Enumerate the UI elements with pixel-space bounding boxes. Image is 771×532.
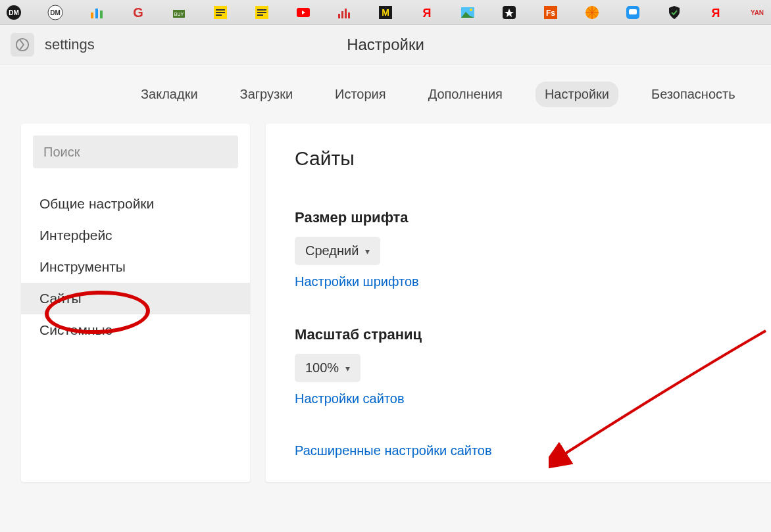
page-zoom-label: Масштаб страниц bbox=[295, 326, 742, 343]
svg-rect-4 bbox=[91, 12, 93, 18]
page-zoom-value: 100% bbox=[305, 360, 339, 375]
font-size-label: Размер шрифта bbox=[295, 209, 742, 226]
top-nav: Закладки Загрузки История Дополнения Нас… bbox=[0, 64, 771, 124]
svg-rect-22 bbox=[345, 9, 347, 18]
svg-rect-23 bbox=[348, 12, 350, 18]
svg-text:G: G bbox=[133, 5, 143, 20]
site-settings-link[interactable]: Настройки сайтов bbox=[295, 391, 405, 406]
nav-settings[interactable]: Настройки bbox=[535, 82, 618, 107]
font-size-value: Средний bbox=[305, 243, 359, 258]
chevron-down-icon: ▾ bbox=[365, 246, 370, 256]
tab-title[interactable]: settings bbox=[45, 36, 95, 53]
svg-rect-40 bbox=[629, 9, 637, 14]
content-title: Сайты bbox=[295, 147, 742, 170]
settings-content: Сайты Размер шрифта Средний ▾ Настройки … bbox=[266, 124, 771, 482]
svg-rect-6 bbox=[100, 11, 103, 18]
bookmarks-bar: DM DM G BUY M Я Fs Я bbox=[0, 0, 771, 25]
bookmark-image-icon[interactable] bbox=[459, 3, 477, 22]
bookmark-buy-icon[interactable]: BUY bbox=[170, 3, 188, 22]
nav-security[interactable]: Безопасность bbox=[642, 82, 745, 107]
settings-sidebar: Общие настройки Интерфейс Инструменты Са… bbox=[21, 124, 250, 482]
nav-bookmarks[interactable]: Закладки bbox=[132, 82, 207, 107]
search-input[interactable] bbox=[33, 135, 238, 168]
sidebar-item-sites[interactable]: Сайты bbox=[21, 283, 250, 314]
bookmark-chart-icon[interactable] bbox=[87, 3, 105, 22]
bookmark-youtube-icon[interactable] bbox=[294, 3, 312, 22]
bookmark-yandex2-icon[interactable]: Я bbox=[707, 3, 724, 22]
svg-text:Я: Я bbox=[422, 7, 431, 20]
bookmark-dm-light-icon[interactable]: DM bbox=[47, 3, 64, 22]
font-size-section: Размер шрифта Средний ▾ Настройки шрифто… bbox=[295, 209, 742, 289]
bookmark-yan-icon[interactable]: YAN bbox=[748, 3, 766, 22]
sidebar-item-tools[interactable]: Инструменты bbox=[21, 251, 250, 283]
bookmark-yellow1-icon[interactable] bbox=[212, 3, 230, 22]
chevron-down-icon: ▾ bbox=[345, 363, 350, 374]
sidebar-item-system[interactable]: Системные bbox=[21, 314, 250, 346]
bookmark-m-icon[interactable]: M bbox=[377, 3, 395, 22]
tab-favicon-icon[interactable] bbox=[11, 33, 34, 57]
font-size-select[interactable]: Средний ▾ bbox=[295, 237, 380, 265]
nav-history[interactable]: История bbox=[326, 82, 395, 107]
sidebar-item-general[interactable]: Общие настройки bbox=[21, 188, 250, 220]
svg-point-29 bbox=[470, 9, 472, 11]
bookmark-star-icon[interactable] bbox=[501, 3, 518, 22]
svg-text:Fs: Fs bbox=[546, 9, 555, 18]
page-heading: Настройки bbox=[347, 36, 424, 54]
nav-extensions[interactable]: Дополнения bbox=[419, 82, 512, 107]
page-zoom-section: Масштаб страниц 100% ▾ Настройки сайтов bbox=[295, 326, 742, 406]
bookmark-yellow2-icon[interactable] bbox=[253, 3, 270, 22]
font-settings-link[interactable]: Настройки шрифтов bbox=[295, 274, 419, 289]
svg-text:DM: DM bbox=[9, 9, 20, 16]
bookmark-shield-icon[interactable] bbox=[666, 3, 684, 22]
svg-text:BUY: BUY bbox=[174, 12, 184, 16]
tab-bar: settings Настройки bbox=[0, 25, 771, 64]
page-zoom-select[interactable]: 100% ▾ bbox=[295, 354, 361, 382]
svg-text:M: M bbox=[382, 7, 389, 18]
svg-rect-20 bbox=[338, 14, 340, 18]
advanced-site-settings-link[interactable]: Расширенные настройки сайтов bbox=[295, 443, 492, 458]
nav-passwords[interactable]: Пароли и карты bbox=[768, 66, 771, 122]
bookmark-dm-dark-icon[interactable]: DM bbox=[5, 3, 23, 22]
svg-text:YAN: YAN bbox=[750, 9, 763, 16]
sidebar-item-interface[interactable]: Интерфейс bbox=[21, 220, 250, 251]
bookmark-chat-icon[interactable] bbox=[624, 3, 642, 22]
bookmark-yandex1-icon[interactable]: Я bbox=[418, 3, 435, 22]
nav-downloads[interactable]: Загрузки bbox=[231, 82, 303, 107]
bookmark-bars-icon[interactable] bbox=[336, 3, 353, 22]
bookmark-fs-icon[interactable]: Fs bbox=[542, 3, 560, 22]
svg-text:DM: DM bbox=[50, 9, 61, 16]
svg-rect-5 bbox=[95, 9, 98, 18]
svg-point-43 bbox=[16, 38, 28, 50]
bookmark-g-icon[interactable]: G bbox=[129, 3, 147, 22]
svg-rect-21 bbox=[341, 11, 343, 18]
bookmark-orange-icon[interactable] bbox=[583, 3, 601, 22]
svg-text:Я: Я bbox=[711, 7, 720, 20]
